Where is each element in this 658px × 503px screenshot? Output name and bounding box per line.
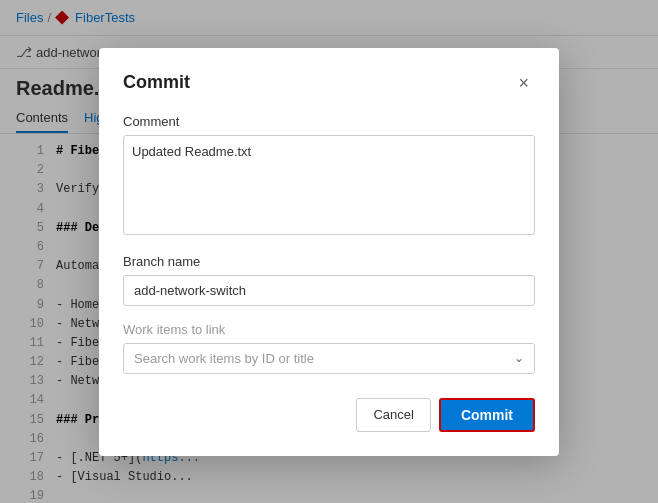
modal-header: Commit × [123,72,535,94]
comment-label: Comment [123,114,535,129]
branch-name-label: Branch name [123,254,535,269]
dropdown-arrow-icon: ⌄ [514,351,524,365]
work-items-label: Work items to link [123,322,535,337]
modal-overlay: Commit × Comment Updated Readme.txt Bran… [0,0,658,503]
close-button[interactable]: × [512,72,535,94]
comment-textarea[interactable]: Updated Readme.txt [123,135,535,235]
modal-footer: Cancel Commit [123,398,535,432]
work-items-dropdown[interactable]: Search work items by ID or title ⌄ [123,343,535,374]
cancel-button[interactable]: Cancel [356,398,430,432]
modal-title: Commit [123,72,190,93]
work-items-placeholder: Search work items by ID or title [134,351,314,366]
branch-name-input[interactable] [123,275,535,306]
commit-button[interactable]: Commit [439,398,535,432]
commit-dialog: Commit × Comment Updated Readme.txt Bran… [99,48,559,456]
